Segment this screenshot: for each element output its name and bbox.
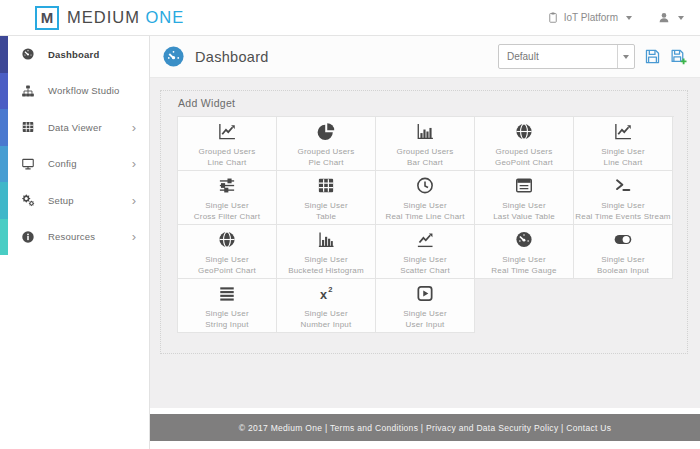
caret-down-icon — [626, 16, 632, 20]
sidebar-color-strip — [0, 36, 8, 73]
widget-group-label: Single User — [574, 147, 672, 158]
gauge-icon — [513, 230, 535, 249]
caret-down-icon — [623, 55, 629, 59]
widget-single-user-real-time-line-chart[interactable]: Single User Real Time Line Chart — [376, 171, 475, 225]
widget-single-user-cross-filter-chart[interactable]: Single User Cross Filter Chart — [178, 171, 277, 225]
sidebar-item-data-viewer[interactable]: Data Viewer › — [0, 109, 149, 146]
sidebar-color-strip — [0, 219, 8, 256]
widget-grouped-users-bar-chart[interactable]: Grouped Users Bar Chart — [376, 117, 475, 171]
page-title: Dashboard — [195, 49, 269, 65]
platform-label: IoT Platform — [564, 12, 618, 23]
widget-name-label: String Input — [178, 320, 276, 331]
platform-menu[interactable]: IoT Platform — [547, 11, 632, 24]
footer: © 2017 Medium One | Terms and Conditions… — [150, 414, 700, 441]
table-grid-icon — [315, 176, 337, 195]
widget-group-label: Single User — [178, 309, 276, 320]
widget-group-label: Single User — [376, 201, 474, 212]
brand-name-accent: ONE — [146, 8, 185, 26]
sidebar-item-dashboard[interactable]: Dashboard — [0, 36, 149, 73]
table-icon — [21, 120, 35, 134]
widget-grouped-users-pie-chart[interactable]: Grouped Users Pie Chart — [277, 117, 376, 171]
widget-single-user-boolean-input[interactable]: Single User Boolean Input — [574, 225, 673, 279]
content-area: Add Widget Grouped Users Line Chart Grou… — [150, 78, 700, 408]
sidebar-item-label: Workflow Studio — [48, 85, 119, 96]
brand-mark: M — [35, 6, 59, 30]
caret-down-icon — [617, 45, 634, 68]
widget-group-label: Single User — [277, 255, 375, 266]
widget-group-label: Grouped Users — [475, 147, 573, 158]
widget-name-label: Real Time Gauge — [475, 266, 573, 277]
sidebar-color-strip — [0, 73, 8, 110]
align-justify-icon — [216, 284, 238, 303]
widget-name-label: User Input — [376, 320, 474, 331]
widget-single-user-number-input[interactable]: x2 Single User Number Input — [277, 279, 376, 333]
dashboard-icon — [21, 47, 35, 61]
widget-grouped-users-geopoint-chart[interactable]: Grouped Users GeoPoint Chart — [475, 117, 574, 171]
widget-name-label: Bucketed Histogram — [277, 266, 375, 277]
widget-name-label: GeoPoint Chart — [178, 266, 276, 277]
widget-name-label: Cross Filter Chart — [178, 212, 276, 223]
save-new-icon[interactable] — [670, 48, 687, 65]
widget-single-user-line-chart[interactable]: Single User Line Chart — [574, 117, 673, 171]
sidebar-item-resources[interactable]: Resources › — [0, 219, 149, 256]
sidebar-item-label: Resources — [48, 231, 95, 242]
line-chart-icon — [216, 122, 238, 141]
user-menu[interactable] — [658, 11, 684, 24]
globe-icon — [513, 122, 535, 141]
desktop-icon — [21, 157, 35, 171]
histogram-icon — [315, 230, 337, 249]
globe-icon — [216, 230, 238, 249]
widget-group-label: Single User — [574, 255, 672, 266]
workflow-icon — [21, 84, 35, 98]
line-chart-icon — [612, 122, 634, 141]
widget-single-user-bucketed-histogram[interactable]: Single User Bucketed Histogram — [277, 225, 376, 279]
widget-single-user-geopoint-chart[interactable]: Single User GeoPoint Chart — [178, 225, 277, 279]
top-header: M MEDIUM ONE IoT Platform — [0, 0, 700, 36]
brand-logo[interactable]: M MEDIUM ONE — [35, 6, 184, 30]
widget-single-user-real-time-events-stream[interactable]: Single User Real Time Events Stream — [574, 171, 673, 225]
svg-text:2: 2 — [328, 285, 332, 294]
widget-single-user-scatter-chart[interactable]: Single User Scatter Chart — [376, 225, 475, 279]
widget-name-label: Real Time Events Stream — [574, 212, 672, 223]
dashboard-select[interactable]: Default — [498, 44, 635, 69]
dashboard-circle-icon — [163, 46, 184, 67]
widget-single-user-last-value-table[interactable]: Single User Last Value Table — [475, 171, 574, 225]
widget-single-user-string-input[interactable]: Single User String Input — [178, 279, 277, 333]
widget-group-label: Single User — [376, 309, 474, 320]
sidebar-color-strip — [0, 146, 8, 183]
chevron-right-icon: › — [132, 230, 136, 243]
brand-name-primary: MEDIUM — [67, 8, 140, 26]
widget-group-label: Grouped Users — [277, 147, 375, 158]
sidebar: Dashboard Workflow Studio Data Viewer › … — [0, 36, 150, 449]
dashboard-controls: Default — [498, 44, 687, 69]
save-icon[interactable] — [644, 48, 661, 65]
widget-name-label: Number Input — [277, 320, 375, 331]
svg-text:x: x — [320, 288, 327, 302]
widget-group-label: Single User — [574, 201, 672, 212]
widget-name-label: Line Chart — [178, 158, 276, 169]
sidebar-item-workflow-studio[interactable]: Workflow Studio — [0, 73, 149, 110]
sidebar-item-label: Data Viewer — [48, 122, 102, 133]
widget-grouped-users-line-chart[interactable]: Grouped Users Line Chart — [178, 117, 277, 171]
sidebar-item-label: Setup — [48, 195, 74, 206]
widget-single-user-table[interactable]: Single User Table — [277, 171, 376, 225]
clock-icon — [414, 176, 436, 195]
gears-icon — [21, 193, 35, 207]
footer-text[interactable]: © 2017 Medium One | Terms and Conditions… — [239, 423, 612, 433]
widget-name-label: Scatter Chart — [376, 266, 474, 277]
info-icon — [21, 230, 35, 244]
widget-group-label: Single User — [178, 255, 276, 266]
pie-chart-icon — [315, 122, 337, 141]
widget-group-label: Single User — [475, 255, 573, 266]
sidebar-item-label: Dashboard — [48, 49, 99, 60]
widget-single-user-user-input[interactable]: Single User User Input — [376, 279, 475, 333]
x-squared-icon: x2 — [315, 284, 337, 303]
panel-title: Add Widget — [178, 98, 687, 109]
widget-name-label: Pie Chart — [277, 158, 375, 169]
sidebar-item-config[interactable]: Config › — [0, 146, 149, 183]
widget-single-user-real-time-gauge[interactable]: Single User Real Time Gauge — [475, 225, 574, 279]
widget-group-label: Single User — [475, 201, 573, 212]
list-table-icon — [513, 176, 535, 195]
widget-name-label: GeoPoint Chart — [475, 158, 573, 169]
sidebar-item-setup[interactable]: Setup › — [0, 182, 149, 219]
